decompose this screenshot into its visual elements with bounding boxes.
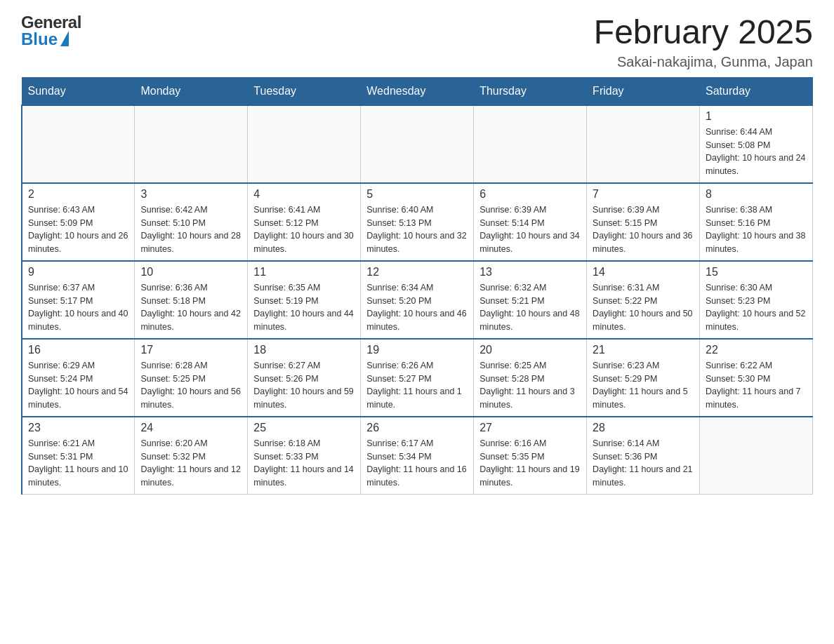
page-header: General Blue February 2025 Sakai-nakajim… (21, 14, 813, 70)
calendar-cell: 4Sunrise: 6:41 AM Sunset: 5:12 PM Daylig… (248, 183, 361, 261)
day-info: Sunrise: 6:25 AM Sunset: 5:28 PM Dayligh… (479, 359, 581, 412)
calendar-cell: 28Sunrise: 6:14 AM Sunset: 5:36 PM Dayli… (587, 417, 700, 495)
day-number: 10 (140, 266, 241, 279)
calendar-cell (248, 105, 361, 183)
calendar-cell: 21Sunrise: 6:23 AM Sunset: 5:29 PM Dayli… (587, 339, 700, 417)
weekday-header-thursday: Thursday (474, 77, 587, 105)
day-number: 28 (593, 422, 694, 434)
calendar-cell: 12Sunrise: 6:34 AM Sunset: 5:20 PM Dayli… (361, 261, 474, 339)
day-info: Sunrise: 6:20 AM Sunset: 5:32 PM Dayligh… (140, 437, 241, 490)
calendar-cell: 18Sunrise: 6:27 AM Sunset: 5:26 PM Dayli… (248, 339, 361, 417)
weekday-header-sunday: Sunday (22, 77, 135, 105)
day-number: 23 (28, 422, 128, 434)
day-number: 22 (706, 344, 807, 356)
calendar-cell: 24Sunrise: 6:20 AM Sunset: 5:32 PM Dayli… (135, 417, 248, 495)
day-info: Sunrise: 6:41 AM Sunset: 5:12 PM Dayligh… (253, 203, 355, 256)
day-number: 20 (479, 344, 581, 356)
logo-blue-text: Blue (21, 31, 58, 48)
day-number: 4 (253, 188, 355, 201)
calendar-cell: 1Sunrise: 6:44 AM Sunset: 5:08 PM Daylig… (700, 105, 813, 183)
logo: General Blue (21, 14, 81, 48)
day-number: 13 (479, 266, 581, 279)
day-info: Sunrise: 6:27 AM Sunset: 5:26 PM Dayligh… (253, 359, 355, 412)
day-info: Sunrise: 6:23 AM Sunset: 5:29 PM Dayligh… (593, 359, 694, 412)
day-number: 24 (140, 422, 241, 434)
calendar-title: February 2025 (594, 14, 813, 51)
weekday-header-row: SundayMondayTuesdayWednesdayThursdayFrid… (22, 77, 813, 105)
day-number: 25 (253, 422, 355, 434)
day-info: Sunrise: 6:36 AM Sunset: 5:18 PM Dayligh… (140, 281, 241, 334)
day-info: Sunrise: 6:17 AM Sunset: 5:34 PM Dayligh… (366, 437, 468, 490)
weekday-header-friday: Friday (587, 77, 700, 105)
calendar-cell: 25Sunrise: 6:18 AM Sunset: 5:33 PM Dayli… (248, 417, 361, 495)
week-row-5: 23Sunrise: 6:21 AM Sunset: 5:31 PM Dayli… (22, 417, 813, 495)
calendar-cell: 6Sunrise: 6:39 AM Sunset: 5:14 PM Daylig… (474, 183, 587, 261)
day-info: Sunrise: 6:14 AM Sunset: 5:36 PM Dayligh… (593, 437, 694, 490)
calendar-cell: 14Sunrise: 6:31 AM Sunset: 5:22 PM Dayli… (587, 261, 700, 339)
day-info: Sunrise: 6:37 AM Sunset: 5:17 PM Dayligh… (28, 281, 128, 334)
location-text: Sakai-nakajima, Gunma, Japan (594, 54, 813, 70)
calendar-cell: 5Sunrise: 6:40 AM Sunset: 5:13 PM Daylig… (361, 183, 474, 261)
day-info: Sunrise: 6:30 AM Sunset: 5:23 PM Dayligh… (706, 281, 807, 334)
calendar-cell: 19Sunrise: 6:26 AM Sunset: 5:27 PM Dayli… (361, 339, 474, 417)
calendar-cell: 10Sunrise: 6:36 AM Sunset: 5:18 PM Dayli… (135, 261, 248, 339)
weekday-header-tuesday: Tuesday (248, 77, 361, 105)
week-row-3: 9Sunrise: 6:37 AM Sunset: 5:17 PM Daylig… (22, 261, 813, 339)
weekday-header-wednesday: Wednesday (361, 77, 474, 105)
day-info: Sunrise: 6:32 AM Sunset: 5:21 PM Dayligh… (479, 281, 581, 334)
day-info: Sunrise: 6:42 AM Sunset: 5:10 PM Dayligh… (140, 203, 241, 256)
day-number: 2 (28, 188, 128, 201)
day-info: Sunrise: 6:22 AM Sunset: 5:30 PM Dayligh… (706, 359, 807, 412)
day-info: Sunrise: 6:34 AM Sunset: 5:20 PM Dayligh… (366, 281, 468, 334)
day-info: Sunrise: 6:16 AM Sunset: 5:35 PM Dayligh… (479, 437, 581, 490)
logo-triangle-icon (60, 31, 69, 46)
day-number: 15 (706, 266, 807, 279)
day-number: 7 (593, 188, 694, 201)
day-number: 21 (593, 344, 694, 356)
calendar-cell (135, 105, 248, 183)
calendar-cell: 3Sunrise: 6:42 AM Sunset: 5:10 PM Daylig… (135, 183, 248, 261)
calendar-cell: 7Sunrise: 6:39 AM Sunset: 5:15 PM Daylig… (587, 183, 700, 261)
weekday-header-monday: Monday (135, 77, 248, 105)
day-info: Sunrise: 6:39 AM Sunset: 5:14 PM Dayligh… (479, 203, 581, 256)
day-number: 14 (593, 266, 694, 279)
day-number: 5 (366, 188, 468, 201)
calendar-cell: 20Sunrise: 6:25 AM Sunset: 5:28 PM Dayli… (474, 339, 587, 417)
week-row-4: 16Sunrise: 6:29 AM Sunset: 5:24 PM Dayli… (22, 339, 813, 417)
day-number: 19 (366, 344, 468, 356)
day-info: Sunrise: 6:31 AM Sunset: 5:22 PM Dayligh… (593, 281, 694, 334)
day-number: 12 (366, 266, 468, 279)
day-number: 9 (28, 266, 128, 279)
day-number: 8 (706, 188, 807, 201)
calendar-cell: 9Sunrise: 6:37 AM Sunset: 5:17 PM Daylig… (22, 261, 135, 339)
calendar-cell (361, 105, 474, 183)
calendar-cell: 27Sunrise: 6:16 AM Sunset: 5:35 PM Dayli… (474, 417, 587, 495)
day-number: 26 (366, 422, 468, 434)
day-info: Sunrise: 6:18 AM Sunset: 5:33 PM Dayligh… (253, 437, 355, 490)
day-number: 17 (140, 344, 241, 356)
calendar-cell: 15Sunrise: 6:30 AM Sunset: 5:23 PM Dayli… (700, 261, 813, 339)
calendar-cell: 11Sunrise: 6:35 AM Sunset: 5:19 PM Dayli… (248, 261, 361, 339)
calendar-cell: 16Sunrise: 6:29 AM Sunset: 5:24 PM Dayli… (22, 339, 135, 417)
logo-general-text: General (21, 14, 81, 31)
calendar-cell (474, 105, 587, 183)
day-number: 11 (253, 266, 355, 279)
day-info: Sunrise: 6:29 AM Sunset: 5:24 PM Dayligh… (28, 359, 128, 412)
weekday-header-saturday: Saturday (700, 77, 813, 105)
day-info: Sunrise: 6:21 AM Sunset: 5:31 PM Dayligh… (28, 437, 128, 490)
day-info: Sunrise: 6:35 AM Sunset: 5:19 PM Dayligh… (253, 281, 355, 334)
calendar-cell: 23Sunrise: 6:21 AM Sunset: 5:31 PM Dayli… (22, 417, 135, 495)
calendar-cell: 13Sunrise: 6:32 AM Sunset: 5:21 PM Dayli… (474, 261, 587, 339)
day-number: 6 (479, 188, 581, 201)
calendar-table: SundayMondayTuesdayWednesdayThursdayFrid… (21, 77, 813, 495)
calendar-cell: 2Sunrise: 6:43 AM Sunset: 5:09 PM Daylig… (22, 183, 135, 261)
week-row-2: 2Sunrise: 6:43 AM Sunset: 5:09 PM Daylig… (22, 183, 813, 261)
day-number: 16 (28, 344, 128, 356)
day-number: 1 (706, 110, 807, 123)
calendar-cell: 8Sunrise: 6:38 AM Sunset: 5:16 PM Daylig… (700, 183, 813, 261)
day-info: Sunrise: 6:28 AM Sunset: 5:25 PM Dayligh… (140, 359, 241, 412)
title-section: February 2025 Sakai-nakajima, Gunma, Jap… (594, 14, 813, 70)
day-info: Sunrise: 6:39 AM Sunset: 5:15 PM Dayligh… (593, 203, 694, 256)
calendar-cell: 26Sunrise: 6:17 AM Sunset: 5:34 PM Dayli… (361, 417, 474, 495)
day-info: Sunrise: 6:26 AM Sunset: 5:27 PM Dayligh… (366, 359, 468, 412)
